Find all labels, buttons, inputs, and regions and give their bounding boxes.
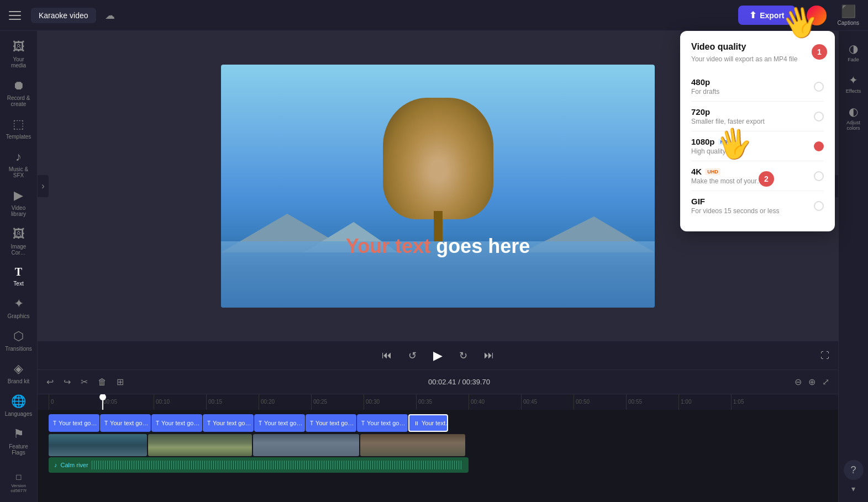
audio-label: Calm river [61,462,88,468]
quality-option-gif[interactable]: GIF For videos 15 seconds or less [691,191,824,220]
ruler-tick-40: 00:40 [469,394,521,410]
audio-waveform [92,461,463,469]
play-button[interactable]: ▶ [430,345,446,366]
help-button[interactable]: ? [844,460,864,480]
text-clip-6[interactable]: T Your text go… [306,414,356,432]
templates-icon: ⬚ [13,117,24,131]
text-clip-label-3: Your text go… [161,420,199,426]
quality-label-480p: 480p [691,77,719,87]
skip-forward-button[interactable]: ⏭ [481,346,497,364]
version-icon: ◻ [15,472,22,481]
fit-timeline-button[interactable]: ⤢ [820,374,832,389]
zoom-out-button[interactable]: ⊖ [792,374,804,389]
avatar[interactable] [807,6,827,25]
video-text-overlay: Your text goes here [346,235,530,258]
left-panel-collapse-button[interactable]: › [38,175,49,197]
captions-button[interactable]: ⬛ Captions [838,4,859,26]
right-sidebar-item-adjust-colors[interactable]: ◐ Adjust colors [840,101,867,135]
quality-option-1080p[interactable]: 1080p HD High quality [691,131,824,161]
ruler-tick-5: 00:05 [101,394,154,410]
delete-button[interactable]: 🗑 [96,375,109,389]
graphics-icon: ✦ [14,297,24,311]
uhd-badge: UHD [705,168,720,175]
ruler-tick-105: 1:05 [731,394,783,410]
zoom-in-button[interactable]: ⊕ [806,374,818,389]
ruler-tick-30: 00:30 [364,394,416,410]
split-button[interactable]: ⊞ [114,374,126,389]
sidebar-item-brand-kit[interactable]: ◈ Brand kit [2,357,35,389]
right-sidebar-label-adjust: Adjust colors [843,120,865,131]
text-clip-2[interactable]: T Your text go… [100,414,151,432]
quality-desc-4k: Make the most of your… [691,177,764,185]
quality-radio-1080p[interactable] [814,141,824,151]
project-title[interactable]: Karaoke video [31,8,96,23]
sidebar-item-transitions[interactable]: ⬡ Transitions [2,325,35,356]
sidebar-item-label-feature-flags: Feature Flags [6,443,32,456]
captions-label: Captions [838,20,859,26]
text-clip-icon-8: ⏸ [414,420,419,426]
text-clip-icon: T [53,420,56,426]
quality-radio-4k[interactable] [814,171,824,181]
right-sidebar-item-fade[interactable]: ◑ Fade [840,38,867,67]
quality-label-720p: 720p [691,107,765,117]
ruler-tick-15: 00:15 [206,394,259,410]
text-clip-label-6: Your text go… [315,420,354,426]
sidebar-item-languages[interactable]: 🌐 Languages [2,390,35,421]
video-clip-1[interactable] [49,434,147,456]
text-clip-1[interactable]: T Your text go… [49,414,99,432]
sidebar-item-templates[interactable]: ⬚ Templates [2,113,35,144]
text-clip-4[interactable]: T Your text go… [203,414,254,432]
rewind-button[interactable]: ↺ [405,346,420,365]
audio-icon: ♪ [54,462,57,468]
quality-option-4k[interactable]: 4K UHD Make the most of your… [691,161,824,191]
text-clip-7[interactable]: T Your text go… [357,414,408,432]
sidebar-item-graphics[interactable]: ✦ Graphics [2,292,35,324]
video-background: Your text goes here [221,65,655,308]
text-clip-5[interactable]: T Your text go… [254,414,305,432]
sidebar-item-label-record: Record & create [6,95,32,107]
sidebar-item-version[interactable]: ◻ Version cd5677f [2,468,35,498]
text-clip-8[interactable]: ⏸ Your text… [408,414,448,432]
sidebar-item-label-transitions: Transitions [5,346,32,352]
cut-button[interactable]: ✂ [78,374,90,389]
sidebar-item-music[interactable]: ♪ Music & SFX [2,145,35,183]
skip-back-button[interactable]: ⏮ [378,346,395,364]
text-clip-label-7: Your text go… [367,420,405,426]
text-clip-label-2: Your text go… [110,420,148,426]
playhead[interactable] [102,394,103,410]
text-clip-3[interactable]: T Your text go… [151,414,202,432]
fullscreen-button[interactable]: ⛶ [820,351,829,361]
quality-dropdown-subtitle: Your video will export as an MP4 file [691,55,824,63]
sidebar-item-label-version: Version cd5677f [6,483,32,493]
timeline-toolbar: ↩ ↪ ✂ 🗑 ⊞ 00:02.41 / 00:39.70 ⊖ ⊕ ⤢ [38,370,838,394]
sidebar-item-text[interactable]: T Text [2,261,35,291]
text-clip-icon-6: T [310,420,313,426]
quality-dropdown: Video quality Your video will export as … [680,31,835,231]
redo-button[interactable]: ↪ [61,374,73,389]
video-clip-4[interactable] [360,434,465,456]
export-button[interactable]: ⬆ Export [738,6,795,25]
sidebar-item-image-library[interactable]: 🖼 Image Cor… [2,223,35,260]
ruler-tick-25: 00:25 [311,394,364,410]
collapse-panel-button[interactable]: ▾ [839,482,868,495]
quality-radio-gif[interactable] [814,201,824,211]
menu-button[interactable] [9,8,24,23]
sidebar-item-feature-flags[interactable]: ⚑ Feature Flags [2,422,35,460]
sidebar-item-video-library[interactable]: ▶ Video library [2,184,35,221]
fast-forward-button[interactable]: ↻ [456,346,471,365]
zoom-controls: ⊖ ⊕ ⤢ [792,374,832,389]
video-clip-2[interactable] [148,434,252,456]
video-clip-3[interactable] [253,434,359,456]
quality-radio-480p[interactable] [814,82,824,92]
audio-clip-1[interactable]: ♪ Calm river [49,457,469,473]
text-track: T Your text go… T Your text go… T Your t… [49,413,838,433]
sidebar-item-media[interactable]: 🖼 Your media [2,35,35,73]
quality-radio-720p[interactable] [814,112,824,121]
sidebar-item-record[interactable]: ⏺ Record & create [2,74,35,112]
quality-option-720p[interactable]: 720p Smaller file, faster export [691,102,824,131]
ruler-tick-35: 00:35 [416,394,469,410]
undo-button[interactable]: ↩ [44,374,56,389]
right-sidebar-item-effects[interactable]: ✦ Effects [840,69,867,98]
text-overlay-highlight: Your text [346,235,436,257]
quality-option-480p[interactable]: 480p For drafts [691,72,824,102]
